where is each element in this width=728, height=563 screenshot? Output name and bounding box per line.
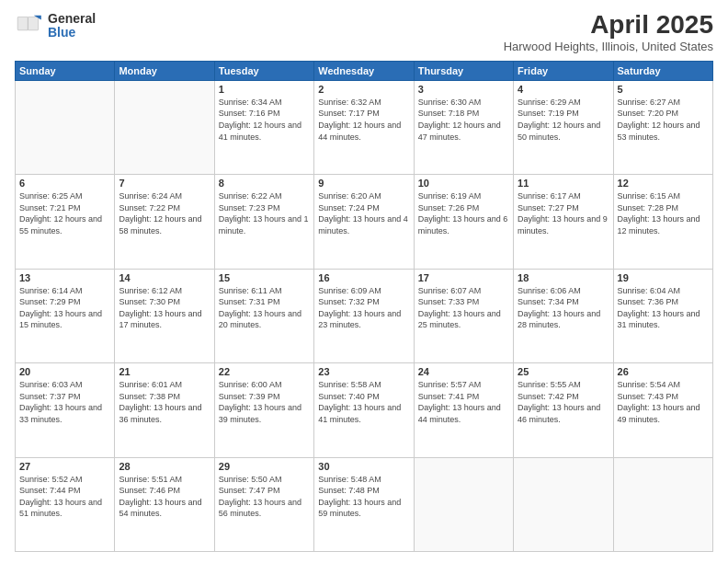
day-info: Sunrise: 5:52 AMSunset: 7:44 PMDaylight:… [19, 474, 110, 520]
day-info: Sunrise: 5:57 AMSunset: 7:41 PMDaylight:… [418, 379, 509, 425]
day-number: 16 [318, 272, 409, 283]
day-info: Sunrise: 6:06 AMSunset: 7:34 PMDaylight:… [518, 285, 609, 331]
day-info: Sunrise: 5:55 AMSunset: 7:42 PMDaylight:… [518, 379, 609, 425]
day-number: 19 [618, 272, 709, 283]
day-number: 15 [219, 272, 310, 283]
calendar-cell [115, 80, 214, 174]
calendar-cell: 6Sunrise: 6:25 AMSunset: 7:21 PMDaylight… [16, 175, 115, 269]
day-number: 25 [518, 366, 609, 377]
calendar-cell: 16Sunrise: 6:09 AMSunset: 7:32 PMDayligh… [314, 269, 414, 362]
calendar-cell: 10Sunrise: 6:19 AMSunset: 7:26 PMDayligh… [414, 175, 513, 269]
day-info: Sunrise: 6:15 AMSunset: 7:28 PMDaylight:… [618, 190, 709, 236]
calendar-cell: 25Sunrise: 5:55 AMSunset: 7:42 PMDayligh… [514, 363, 613, 457]
day-number: 12 [618, 178, 709, 189]
calendar-cell: 15Sunrise: 6:11 AMSunset: 7:31 PMDayligh… [214, 269, 313, 362]
calendar-cell: 14Sunrise: 6:12 AMSunset: 7:30 PMDayligh… [115, 269, 214, 362]
day-number: 6 [19, 178, 110, 189]
calendar-cell: 3Sunrise: 6:30 AMSunset: 7:18 PMDaylight… [414, 80, 513, 174]
col-friday: Friday [514, 61, 613, 80]
day-info: Sunrise: 6:22 AMSunset: 7:23 PMDaylight:… [219, 190, 310, 236]
week-row-1: 1Sunrise: 6:34 AMSunset: 7:16 PMDaylight… [16, 80, 713, 174]
day-number: 2 [318, 84, 409, 95]
calendar-cell: 27Sunrise: 5:52 AMSunset: 7:44 PMDayligh… [16, 457, 115, 551]
calendar-cell: 20Sunrise: 6:03 AMSunset: 7:37 PMDayligh… [16, 363, 115, 457]
day-info: Sunrise: 6:11 AMSunset: 7:31 PMDaylight:… [219, 285, 310, 331]
calendar-cell: 17Sunrise: 6:07 AMSunset: 7:33 PMDayligh… [414, 269, 513, 362]
calendar-cell: 12Sunrise: 6:15 AMSunset: 7:28 PMDayligh… [613, 175, 712, 269]
logo: General Blue [15, 11, 96, 40]
col-monday: Monday [115, 61, 214, 80]
calendar-cell: 21Sunrise: 6:01 AMSunset: 7:38 PMDayligh… [115, 363, 214, 457]
day-number: 5 [618, 84, 709, 95]
calendar-cell: 29Sunrise: 5:50 AMSunset: 7:47 PMDayligh… [214, 457, 313, 551]
day-number: 29 [219, 461, 310, 472]
header: General Blue April 2025 Harwood Heights,… [15, 11, 713, 53]
week-row-4: 20Sunrise: 6:03 AMSunset: 7:37 PMDayligh… [16, 363, 713, 457]
day-info: Sunrise: 6:20 AMSunset: 7:24 PMDaylight:… [318, 190, 409, 236]
main-title: April 2025 [504, 11, 713, 40]
day-number: 11 [518, 178, 609, 189]
day-number: 4 [518, 84, 609, 95]
day-info: Sunrise: 6:04 AMSunset: 7:36 PMDaylight:… [618, 285, 709, 331]
day-info: Sunrise: 6:01 AMSunset: 7:38 PMDaylight:… [119, 379, 210, 425]
calendar-cell: 5Sunrise: 6:27 AMSunset: 7:20 PMDaylight… [613, 80, 712, 174]
day-number: 24 [418, 366, 509, 377]
col-tuesday: Tuesday [214, 61, 313, 80]
calendar-cell: 7Sunrise: 6:24 AMSunset: 7:22 PMDaylight… [115, 175, 214, 269]
calendar-cell: 11Sunrise: 6:17 AMSunset: 7:27 PMDayligh… [514, 175, 613, 269]
logo-general-text: General [48, 12, 96, 26]
day-number: 7 [119, 178, 210, 189]
calendar-cell [16, 80, 115, 174]
day-info: Sunrise: 6:19 AMSunset: 7:26 PMDaylight:… [418, 190, 509, 236]
logo-text: General Blue [48, 12, 96, 40]
day-info: Sunrise: 6:29 AMSunset: 7:19 PMDaylight:… [518, 97, 609, 143]
day-info: Sunrise: 6:32 AMSunset: 7:17 PMDaylight:… [318, 97, 409, 143]
week-row-3: 13Sunrise: 6:14 AMSunset: 7:29 PMDayligh… [16, 269, 713, 362]
day-number: 13 [19, 272, 110, 283]
calendar-cell: 30Sunrise: 5:48 AMSunset: 7:48 PMDayligh… [314, 457, 414, 551]
day-number: 27 [19, 461, 110, 472]
day-number: 17 [418, 272, 509, 283]
calendar-cell: 28Sunrise: 5:51 AMSunset: 7:46 PMDayligh… [115, 457, 214, 551]
col-wednesday: Wednesday [314, 61, 414, 80]
calendar-cell: 9Sunrise: 6:20 AMSunset: 7:24 PMDaylight… [314, 175, 414, 269]
calendar-cell: 13Sunrise: 6:14 AMSunset: 7:29 PMDayligh… [16, 269, 115, 362]
day-number: 28 [119, 461, 210, 472]
calendar-cell [514, 457, 613, 551]
day-info: Sunrise: 6:03 AMSunset: 7:37 PMDaylight:… [19, 379, 110, 425]
day-number: 14 [119, 272, 210, 283]
day-number: 10 [418, 178, 509, 189]
day-info: Sunrise: 6:00 AMSunset: 7:39 PMDaylight:… [219, 379, 310, 425]
title-area: April 2025 Harwood Heights, Illinois, Un… [504, 11, 713, 53]
day-number: 1 [219, 84, 310, 95]
calendar-cell: 24Sunrise: 5:57 AMSunset: 7:41 PMDayligh… [414, 363, 513, 457]
day-info: Sunrise: 6:34 AMSunset: 7:16 PMDaylight:… [219, 97, 310, 143]
day-number: 26 [618, 366, 709, 377]
calendar-table: Sunday Monday Tuesday Wednesday Thursday… [15, 61, 713, 552]
day-number: 23 [318, 366, 409, 377]
day-info: Sunrise: 6:30 AMSunset: 7:18 PMDaylight:… [418, 97, 509, 143]
day-number: 9 [318, 178, 409, 189]
day-info: Sunrise: 6:27 AMSunset: 7:20 PMDaylight:… [618, 97, 709, 143]
day-info: Sunrise: 6:12 AMSunset: 7:30 PMDaylight:… [119, 285, 210, 331]
day-info: Sunrise: 6:14 AMSunset: 7:29 PMDaylight:… [19, 285, 110, 331]
day-info: Sunrise: 5:50 AMSunset: 7:47 PMDaylight:… [219, 474, 310, 520]
calendar-cell: 19Sunrise: 6:04 AMSunset: 7:36 PMDayligh… [613, 269, 712, 362]
calendar-cell [613, 457, 712, 551]
col-thursday: Thursday [414, 61, 513, 80]
day-info: Sunrise: 6:17 AMSunset: 7:27 PMDaylight:… [518, 190, 609, 236]
day-info: Sunrise: 6:07 AMSunset: 7:33 PMDaylight:… [418, 285, 509, 331]
logo-icon [15, 11, 44, 40]
week-row-5: 27Sunrise: 5:52 AMSunset: 7:44 PMDayligh… [16, 457, 713, 551]
day-number: 18 [518, 272, 609, 283]
day-info: Sunrise: 5:51 AMSunset: 7:46 PMDaylight:… [119, 474, 210, 520]
week-row-2: 6Sunrise: 6:25 AMSunset: 7:21 PMDaylight… [16, 175, 713, 269]
day-info: Sunrise: 5:48 AMSunset: 7:48 PMDaylight:… [318, 474, 409, 520]
calendar-cell: 8Sunrise: 6:22 AMSunset: 7:23 PMDaylight… [214, 175, 313, 269]
day-number: 21 [119, 366, 210, 377]
day-info: Sunrise: 6:24 AMSunset: 7:22 PMDaylight:… [119, 190, 210, 236]
calendar-cell: 26Sunrise: 5:54 AMSunset: 7:43 PMDayligh… [613, 363, 712, 457]
calendar-cell: 23Sunrise: 5:58 AMSunset: 7:40 PMDayligh… [314, 363, 414, 457]
day-info: Sunrise: 5:54 AMSunset: 7:43 PMDaylight:… [618, 379, 709, 425]
day-info: Sunrise: 6:25 AMSunset: 7:21 PMDaylight:… [19, 190, 110, 236]
